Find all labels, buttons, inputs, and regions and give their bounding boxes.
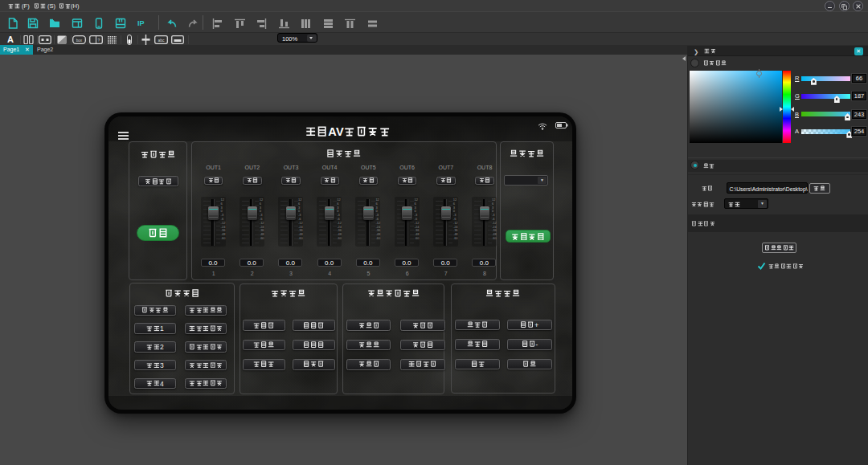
svg-text:abc: abc <box>158 38 165 43</box>
svg-text:box: box <box>76 39 83 43</box>
svg-text:?: ? <box>98 38 100 43</box>
